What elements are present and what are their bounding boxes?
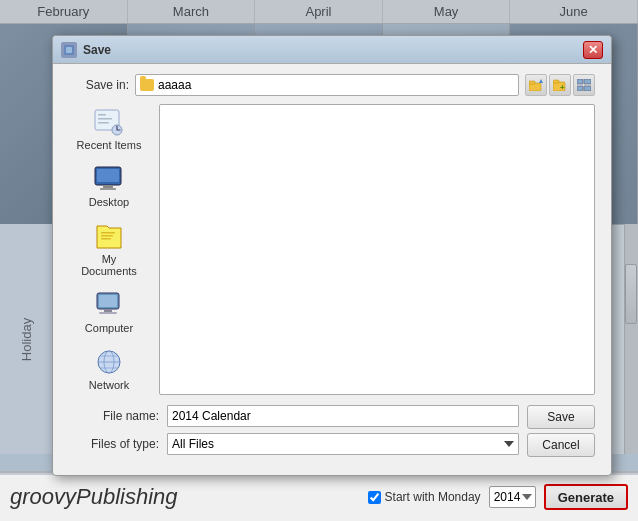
dialog-close-button[interactable]: ✕	[583, 41, 603, 59]
nav-desktop[interactable]: Desktop	[72, 161, 146, 212]
new-folder-button[interactable]: +	[549, 74, 571, 96]
dialog-title-icon	[61, 42, 77, 58]
save-in-dropdown[interactable]: aaaaa	[135, 74, 519, 96]
bottom-bar: groovyPublishing Start with Monday 2014 …	[0, 471, 638, 521]
my-documents-icon	[93, 222, 125, 250]
nav-my-documents[interactable]: My Documents	[72, 218, 146, 281]
svg-rect-3	[529, 81, 535, 84]
svg-rect-24	[99, 295, 117, 307]
nav-desktop-label: Desktop	[89, 196, 129, 208]
nav-recent-items[interactable]: Recent Items	[72, 104, 146, 155]
brand-name: groovyPublishing	[10, 484, 368, 510]
svg-rect-22	[101, 238, 111, 240]
svg-rect-20	[101, 232, 115, 234]
bottom-controls: Start with Monday 2014 Generate	[368, 484, 628, 510]
up-folder-button[interactable]	[525, 74, 547, 96]
nav-network[interactable]: Network	[72, 344, 146, 395]
start-monday-label[interactable]: Start with Monday	[368, 490, 481, 504]
svg-rect-25	[104, 309, 112, 312]
dialog-content-area: Recent Items Desktop	[69, 104, 595, 395]
svg-rect-12	[98, 114, 106, 116]
svg-text:+: +	[560, 83, 565, 91]
left-nav: Recent Items Desktop	[69, 104, 149, 395]
svg-rect-9	[577, 86, 583, 91]
start-monday-checkbox[interactable]	[368, 491, 381, 504]
files-type-label: Files of type:	[69, 437, 159, 451]
save-in-select[interactable]: aaaaa	[158, 78, 514, 92]
nav-recent-label: Recent Items	[77, 139, 142, 151]
cancel-button[interactable]: Cancel	[527, 433, 595, 457]
desktop-icon	[93, 165, 125, 193]
svg-rect-13	[98, 118, 112, 120]
save-in-row: Save in: aaaaa	[69, 74, 595, 96]
file-name-row: File name:	[69, 405, 519, 427]
svg-rect-8	[584, 79, 591, 84]
dialog-titlebar: Save ✕	[53, 36, 611, 64]
svg-rect-5	[553, 80, 559, 83]
svg-rect-26	[99, 312, 117, 314]
svg-rect-7	[577, 79, 583, 84]
view-button[interactable]	[573, 74, 595, 96]
files-type-row: Files of type: All Files	[69, 433, 519, 455]
dialog-body: Save in: aaaaa	[53, 64, 611, 475]
save-button[interactable]: Save	[527, 405, 595, 429]
generate-button[interactable]: Generate	[544, 484, 628, 510]
file-browser[interactable]	[159, 104, 595, 395]
dialog-bottom-left: File name: Files of type: All Files	[69, 405, 519, 461]
svg-rect-17	[97, 169, 119, 182]
toolbar-icons: +	[525, 74, 595, 96]
svg-rect-21	[101, 235, 113, 237]
save-dialog: Save ✕ Save in: aaaaa	[52, 35, 612, 476]
action-buttons: Save Cancel	[527, 405, 595, 461]
computer-icon	[93, 291, 125, 319]
svg-rect-19	[100, 188, 116, 190]
nav-documents-label: My Documents	[76, 253, 142, 277]
recent-items-icon	[93, 108, 125, 136]
nav-computer-label: Computer	[85, 322, 133, 334]
nav-network-label: Network	[89, 379, 129, 391]
nav-computer[interactable]: Computer	[72, 287, 146, 338]
folder-icon	[140, 79, 154, 91]
year-select[interactable]: 2014	[489, 486, 536, 508]
dialog-title: Save	[83, 43, 583, 57]
svg-rect-14	[98, 122, 109, 124]
file-name-input[interactable]	[167, 405, 519, 427]
network-icon	[93, 348, 125, 376]
files-type-select[interactable]: All Files	[167, 433, 519, 455]
start-monday-text: Start with Monday	[385, 490, 481, 504]
svg-rect-1	[66, 47, 72, 53]
svg-rect-10	[584, 86, 591, 91]
svg-rect-18	[103, 185, 113, 188]
dialog-bottom-rows: File name: Files of type: All Files Save…	[69, 405, 595, 461]
save-in-label: Save in:	[69, 78, 129, 92]
file-name-label: File name:	[69, 409, 159, 423]
